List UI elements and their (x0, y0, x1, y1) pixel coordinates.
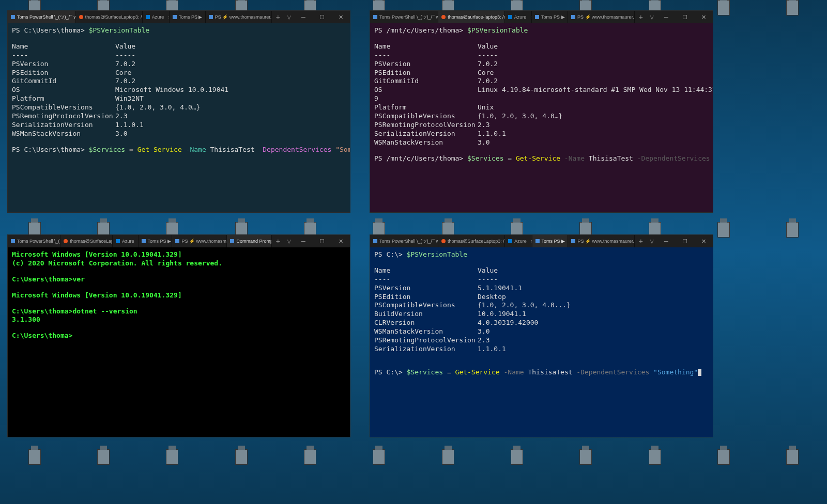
prompt: C:\Users\thoma> (12, 275, 72, 283)
command-line[interactable]: PS C:\> $Services = Get-Service -Name Th… (374, 368, 709, 377)
new-tab-button[interactable]: + (272, 11, 284, 23)
tab[interactable]: Azure× (505, 235, 532, 247)
tab[interactable]: Toms PS ▶× (139, 235, 173, 247)
close-window-button[interactable]: ✕ (694, 11, 713, 23)
tab[interactable]: thomas@SurfaceLapto× (60, 235, 113, 247)
tabs[interactable]: Toms PowerShell \_(ツ)_/¯ wsr×thomas@Surf… (8, 11, 272, 23)
command-line[interactable]: C:\Users\thoma> (12, 332, 346, 340)
tab[interactable]: Toms PowerShell \_(ツ)× (8, 235, 60, 247)
tab-label: thomas@surface-laptop3: /mr (448, 14, 504, 20)
tab-label: Toms PowerShell \_(ツ)_/¯ wsr (379, 14, 438, 21)
tabs[interactable]: Toms PowerShell \_(ツ)_/¯ wsr×thomas@surf… (370, 11, 635, 23)
azure-icon (116, 239, 120, 243)
terminal-pane[interactable]: Microsoft Windows [Version 10.0.19041.32… (8, 247, 350, 437)
maximize-button[interactable]: ☐ (676, 11, 694, 23)
tab[interactable]: PS ⚡ www.thomasmaurer.ch× (568, 11, 635, 23)
cmd-icon (230, 239, 234, 243)
tab-dropdown[interactable]: ⋁ (284, 11, 294, 23)
table-row: SerializationVersion1.1.0.1 (374, 345, 709, 354)
table-row: WSManStackVersion3.0 (374, 138, 709, 147)
tab[interactable]: PS ⚡ www.thomasmaurer.ch× (206, 11, 272, 23)
titlebar[interactable]: Toms PowerShell \_(ツ)_/¯ wsr×thomas@Surf… (370, 235, 713, 247)
maximize-button[interactable]: ☐ (313, 235, 331, 247)
command: $PSVersionTable (467, 26, 528, 34)
window-cmd[interactable]: Toms PowerShell \_(ツ)×thomas@SurfaceLapt… (7, 234, 350, 437)
tab-label: Toms PS ▶ (148, 239, 172, 244)
close-window-button[interactable]: ✕ (331, 11, 350, 23)
tab-label: thomas@SurfaceLaptop3: /mr (448, 239, 505, 244)
terminal-pane[interactable]: PS /mnt/c/Users/thoma> $PSVersionTable N… (370, 23, 713, 212)
ps-icon (373, 239, 377, 243)
terminal-pane[interactable]: PS C:\Users\thoma> $PSVersionTable NameV… (8, 23, 350, 212)
tab-label: PS ⚡ www.thomasmaurer.ch (215, 14, 272, 20)
tab[interactable]: Toms PS ▶× (532, 235, 569, 247)
tab-label: Toms PS ▶ (541, 14, 565, 20)
close-window-button[interactable]: ✕ (694, 235, 713, 247)
tab-label: Toms PS ▶ (542, 239, 565, 244)
minimize-button[interactable]: ─ (657, 11, 676, 23)
ps-icon (571, 239, 575, 243)
table-row: PSEditionCore (12, 69, 346, 77)
new-tab-button[interactable]: + (635, 235, 647, 247)
titlebar[interactable]: Toms PowerShell \_(ツ)_/¯ wsr×thomas@Surf… (8, 11, 350, 23)
window-controls: ─ ☐ ✕ (657, 235, 713, 247)
tab[interactable]: thomas@SurfaceLaptop3: /mr× (76, 11, 143, 23)
tab-label: PS ⚡ www.thomasmaurer.ch (577, 14, 635, 20)
bg-devices-bot (0, 449, 827, 465)
tab[interactable]: PS ⚡ www.thomasmaurer.ch× (568, 235, 634, 247)
tab[interactable]: thomas@surface-laptop3: /mr× (438, 11, 504, 23)
minimize-button[interactable]: ─ (657, 235, 676, 247)
table-body: PSVersion7.0.2PSEditionCoreGitCommitId7.… (12, 60, 346, 138)
new-tab-button[interactable]: + (272, 235, 284, 247)
window-ps5[interactable]: Toms PowerShell \_(ツ)_/¯ wsr×thomas@Surf… (370, 234, 713, 437)
minimize-button[interactable]: ─ (294, 11, 313, 23)
tab-label: Azure (514, 239, 527, 244)
tabs[interactable]: Toms PowerShell \_(ツ)_/¯ wsr×thomas@Surf… (370, 235, 635, 247)
tab-label: Command Prompt (236, 239, 271, 244)
minimize-button[interactable]: ─ (294, 235, 313, 247)
tab[interactable]: Toms PowerShell \_(ツ)_/¯ wsr× (8, 11, 76, 23)
tab[interactable]: thomas@SurfaceLaptop3: /mr× (438, 235, 505, 247)
command: $PSVersionTable (89, 26, 149, 34)
table-row: BuildVersion10.0.19041.1 (374, 310, 709, 319)
window-ps7-linux[interactable]: Toms PowerShell \_(ツ)_/¯ wsr×thomas@surf… (370, 10, 713, 213)
ubuntu-icon (64, 239, 68, 243)
command: ver (72, 275, 84, 283)
cursor (698, 369, 701, 376)
ps-icon (11, 239, 15, 243)
titlebar[interactable]: Toms PowerShell \_(ツ)_/¯ wsr×thomas@surf… (370, 11, 713, 23)
maximize-button[interactable]: ☐ (313, 11, 331, 23)
tab[interactable]: Azure× (505, 11, 532, 23)
tab[interactable]: Toms PS ▶× (170, 11, 206, 23)
tab[interactable]: Command Prompt× (227, 235, 271, 247)
tab[interactable]: Azure× (143, 11, 170, 23)
table-row: SerializationVersion1.1.0.1 (12, 121, 346, 130)
tab-label: PS ⚡ www.thomasmaurer.ch (577, 239, 634, 244)
maximize-button[interactable]: ☐ (676, 235, 694, 247)
terminal-pane[interactable]: PS C:\> $PSVersionTable NameValue ------… (370, 247, 713, 437)
table-row: WSManStackVersion3.0 (374, 327, 709, 336)
table-row: PSEditionCore (374, 69, 709, 77)
tab-dropdown[interactable]: ⋁ (647, 11, 657, 23)
window-ps7-windows[interactable]: Toms PowerShell \_(ツ)_/¯ wsr×thomas@Surf… (7, 10, 350, 213)
prompt: PS C:\Users\thoma> (12, 26, 89, 34)
tab[interactable]: Toms PowerShell \_(ツ)_/¯ wsr× (370, 11, 438, 23)
titlebar[interactable]: Toms PowerShell \_(ツ)×thomas@SurfaceLapt… (8, 235, 350, 247)
window-controls: ─ ☐ ✕ (657, 11, 713, 23)
command-line[interactable]: PS /mnt/c/Users/thoma> $Services = Get-S… (374, 154, 709, 163)
tab[interactable]: Azure× (113, 235, 139, 247)
output-line: Microsoft Windows [Version 10.0.19041.32… (12, 291, 346, 300)
prompt: PS C:\> (374, 250, 407, 258)
new-tab-button[interactable]: + (635, 11, 647, 23)
tab[interactable]: PS ⚡ www.thomasmaur× (172, 235, 227, 247)
table-row: GitCommitId7.0.2 (374, 77, 709, 86)
window-controls: ─ ☐ ✕ (294, 11, 350, 23)
command-line[interactable]: PS C:\Users\thoma> $Services = Get-Servi… (12, 146, 346, 154)
tab-dropdown[interactable]: ⋁ (647, 235, 657, 247)
tab-dropdown[interactable]: ⋁ (284, 235, 294, 247)
close-window-button[interactable]: ✕ (331, 235, 350, 247)
tabs[interactable]: Toms PowerShell \_(ツ)×thomas@SurfaceLapt… (8, 235, 272, 247)
tab[interactable]: Toms PowerShell \_(ツ)_/¯ wsr× (370, 235, 438, 247)
tab[interactable]: Toms PS ▶× (532, 11, 568, 23)
tab-label: thomas@SurfaceLapto (70, 239, 113, 244)
